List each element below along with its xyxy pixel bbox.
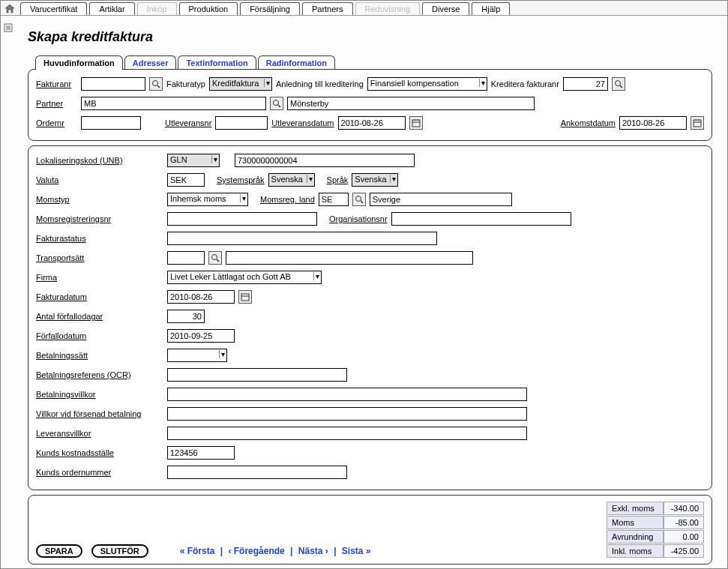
select-fakturatyp: Kreditfaktura	[209, 77, 272, 91]
search-icon[interactable]	[270, 97, 283, 110]
search-icon[interactable]	[149, 77, 163, 91]
home-icon[interactable]	[4, 3, 16, 15]
label-momsregnr: Momsregistreringsnr	[36, 214, 163, 223]
pagination: « Första | ‹ Föregående | Nästa › | Sist…	[180, 546, 371, 556]
label-utleveransdatum: Utleveransdatum	[271, 118, 334, 127]
input-fakturadatum[interactable]	[167, 290, 235, 304]
tab-huvudinformation[interactable]: Huvudinformation	[35, 55, 123, 70]
label-betalningssatt: Betalningssätt	[36, 351, 163, 360]
input-orgnr	[391, 212, 571, 226]
display-partner-name	[287, 97, 535, 110]
nav-prev[interactable]: ‹ Föregående	[228, 546, 284, 556]
svg-line-7	[620, 85, 622, 88]
select-anledning[interactable]: Finansiell kompensation	[367, 77, 487, 91]
label-leveransvillkor: Leveransvillkor	[36, 429, 163, 438]
panel-head: Fakturanr Fakturatyp Kreditfaktura Anled…	[28, 69, 712, 141]
input-villkor-forsenad[interactable]	[167, 407, 527, 421]
svg-point-4	[153, 81, 158, 86]
label-kostnadsstalle: Kunds kostnadsställe	[36, 448, 163, 457]
label-forfallodatum: Förfallodatum	[36, 331, 163, 340]
label-anledning: Anledning till kreditering	[276, 79, 364, 88]
label-partner: Partner	[36, 99, 77, 108]
select-systemsprak: Svenska	[268, 173, 315, 187]
complete-button[interactable]: SLUTFÖR	[91, 544, 148, 558]
label-forfallodagar: Antal förfallodagar	[36, 312, 163, 321]
side-icon-1[interactable]	[4, 23, 14, 34]
svg-point-6	[615, 81, 620, 86]
input-utleveransdatum[interactable]	[338, 116, 406, 130]
menu-forsaljning[interactable]: Försäljning	[240, 2, 300, 15]
menu-partners[interactable]: Partners	[302, 2, 353, 15]
input-lokaliseringskod	[235, 154, 415, 167]
total-avrundning-label: Avrundning	[607, 530, 664, 544]
menu-artiklar[interactable]: Artiklar	[89, 2, 134, 15]
panel-body: Lokaliseringskod (UNB) GLN Valuta System…	[28, 145, 712, 490]
menu-varucertifikat[interactable]: Varucertifikat	[20, 2, 87, 15]
nav-first[interactable]: « Första	[180, 546, 215, 556]
input-betalningsvillkor[interactable]	[167, 388, 527, 401]
menu-inkop: Inköp	[137, 2, 177, 15]
nav-next[interactable]: Nästa ›	[298, 546, 328, 556]
label-kreditera: Kreditera fakturanr	[491, 79, 559, 88]
input-kreditera[interactable]	[563, 77, 608, 91]
label-fakturastatus: Fakturastatus	[36, 234, 163, 243]
side-toolbar	[4, 23, 14, 34]
svg-line-21	[217, 259, 219, 262]
tab-adresser[interactable]: Adresser	[124, 55, 177, 70]
svg-point-18	[355, 196, 361, 202]
input-ankomstdatum[interactable]	[619, 116, 687, 130]
select-sprak: Svenska	[352, 173, 398, 187]
label-orgnr: Organisationsnr	[329, 214, 388, 223]
label-betalningsvillkor: Betalningsvillkor	[36, 390, 163, 399]
tabs: Huvudinformation Adresser Textinformatio…	[28, 55, 712, 70]
input-forfallodagar[interactable]	[167, 310, 205, 323]
input-kostnadsstalle[interactable]	[167, 446, 235, 460]
svg-point-8	[274, 100, 279, 106]
search-icon[interactable]	[208, 251, 222, 265]
label-betalningsreferens: Betalningsreferens (OCR)	[36, 370, 163, 379]
input-valuta	[167, 173, 205, 187]
input-betalningsreferens[interactable]	[167, 368, 347, 382]
svg-rect-10	[412, 120, 420, 127]
svg-rect-22	[241, 294, 249, 301]
main-menu: Varucertifikat Artiklar Inköp Produktion…	[20, 2, 510, 15]
totals-table: Exkl. moms -340.00 Moms -85.00 Avrundnin…	[607, 502, 704, 558]
select-betalningssatt[interactable]	[167, 349, 227, 362]
calendar-icon[interactable]	[691, 116, 704, 130]
total-avrundning-value: 0.00	[664, 530, 704, 544]
menu-diverse[interactable]: Diverse	[422, 2, 469, 15]
label-firma: Firma	[36, 273, 163, 282]
label-momsreg-land: Momsreg. land	[260, 195, 315, 204]
calendar-icon[interactable]	[409, 116, 423, 130]
total-exkl-label: Exkl. moms	[607, 502, 664, 515]
label-transportsatt: Transportsätt	[36, 253, 163, 262]
label-fakturanr: Fakturanr	[36, 79, 77, 88]
label-ordernummer: Kunds ordernummer	[36, 468, 163, 477]
input-leveransvillkor[interactable]	[167, 427, 527, 440]
search-icon[interactable]	[612, 77, 625, 91]
svg-line-5	[157, 85, 160, 88]
input-partner-code[interactable]	[81, 97, 266, 110]
save-button[interactable]: SPARA	[36, 544, 82, 558]
input-momsreg-land-code[interactable]	[319, 193, 349, 206]
select-firma[interactable]: Livet Leker Lättlagat och Gott AB	[167, 271, 322, 284]
menu-produktion[interactable]: Produktion	[179, 2, 238, 15]
nav-last[interactable]: Sista »	[342, 546, 371, 556]
input-ordernr	[81, 116, 141, 130]
menu-hjalp[interactable]: Hjälp	[472, 2, 510, 15]
display-transportsatt-name	[226, 251, 473, 265]
input-transportsatt-code[interactable]	[167, 251, 205, 265]
input-momsregnr[interactable]	[167, 212, 317, 226]
search-icon[interactable]	[352, 193, 366, 206]
calendar-icon[interactable]	[238, 290, 252, 304]
select-momstyp[interactable]: Inhemsk moms	[167, 193, 248, 206]
input-ordernummer[interactable]	[167, 466, 347, 479]
label-villkor-forsenad: Villkor vid försenad betalning	[36, 409, 163, 418]
input-fakturanr[interactable]	[81, 77, 145, 91]
display-momsreg-land-name	[370, 193, 512, 206]
tab-radinformation[interactable]: Radinformation	[258, 55, 335, 70]
select-lokaliseringskod-type: GLN	[167, 154, 220, 167]
label-systemsprak: Systemspråk	[217, 175, 265, 184]
tab-textinformation[interactable]: Textinformation	[178, 55, 256, 70]
input-utleveransnr	[215, 116, 268, 130]
